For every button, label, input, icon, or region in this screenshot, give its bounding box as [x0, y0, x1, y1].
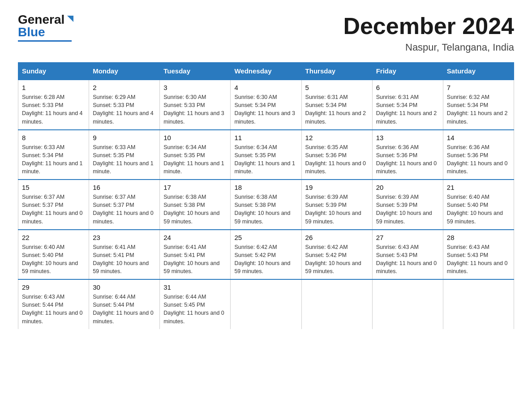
day-number: 25 [234, 234, 297, 241]
day-info: Sunrise: 6:42 AM Sunset: 5:42 PM Dayligh… [234, 243, 297, 276]
day-number: 28 [447, 234, 510, 241]
calendar-cell: 2 Sunrise: 6:29 AM Sunset: 5:33 PM Dayli… [89, 80, 160, 130]
day-number: 4 [234, 84, 297, 91]
calendar-cell: 31 Sunrise: 6:44 AM Sunset: 5:45 PM Dayl… [160, 279, 231, 329]
day-info: Sunrise: 6:28 AM Sunset: 5:33 PM Dayligh… [22, 93, 85, 126]
week-row-3: 15 Sunrise: 6:37 AM Sunset: 5:37 PM Dayl… [18, 180, 514, 230]
calendar-cell: 30 Sunrise: 6:44 AM Sunset: 5:44 PM Dayl… [89, 279, 160, 329]
calendar-cell: 14 Sunrise: 6:36 AM Sunset: 5:36 PM Dayl… [443, 130, 514, 180]
calendar-cell: 19 Sunrise: 6:39 AM Sunset: 5:39 PM Dayl… [301, 180, 372, 230]
day-number: 5 [305, 84, 369, 91]
day-number: 22 [22, 234, 85, 241]
day-number: 26 [305, 234, 369, 241]
day-info: Sunrise: 6:29 AM Sunset: 5:33 PM Dayligh… [93, 93, 156, 126]
day-number: 8 [22, 134, 85, 141]
day-info: Sunrise: 6:38 AM Sunset: 5:38 PM Dayligh… [163, 193, 227, 226]
calendar-cell: 8 Sunrise: 6:33 AM Sunset: 5:34 PM Dayli… [18, 130, 89, 180]
day-number: 18 [234, 184, 297, 191]
day-info: Sunrise: 6:39 AM Sunset: 5:39 PM Dayligh… [376, 193, 439, 226]
day-info: Sunrise: 6:36 AM Sunset: 5:36 PM Dayligh… [376, 143, 439, 176]
day-number: 20 [376, 184, 439, 191]
day-number: 12 [305, 134, 369, 141]
day-info: Sunrise: 6:41 AM Sunset: 5:41 PM Dayligh… [163, 243, 227, 276]
day-number: 10 [163, 134, 227, 141]
calendar-cell: 4 Sunrise: 6:30 AM Sunset: 5:34 PM Dayli… [231, 80, 301, 130]
day-info: Sunrise: 6:40 AM Sunset: 5:40 PM Dayligh… [22, 243, 85, 276]
day-info: Sunrise: 6:33 AM Sunset: 5:35 PM Dayligh… [93, 143, 156, 176]
day-number: 31 [163, 283, 227, 291]
calendar-header-row: SundayMondayTuesdayWednesdayThursdayFrid… [18, 63, 514, 80]
day-info: Sunrise: 6:30 AM Sunset: 5:34 PM Dayligh… [234, 93, 297, 126]
calendar-cell: 24 Sunrise: 6:41 AM Sunset: 5:41 PM Dayl… [160, 230, 231, 280]
logo: General Blue [18, 13, 75, 42]
day-info: Sunrise: 6:43 AM Sunset: 5:44 PM Dayligh… [22, 293, 85, 325]
day-number: 19 [305, 184, 369, 191]
day-info: Sunrise: 6:37 AM Sunset: 5:37 PM Dayligh… [22, 193, 85, 226]
calendar-cell: 11 Sunrise: 6:34 AM Sunset: 5:35 PM Dayl… [231, 130, 301, 180]
column-header-saturday: Saturday [443, 63, 514, 80]
day-number: 24 [163, 234, 227, 241]
day-info: Sunrise: 6:40 AM Sunset: 5:40 PM Dayligh… [447, 193, 510, 226]
day-number: 29 [22, 283, 85, 291]
calendar-cell: 3 Sunrise: 6:30 AM Sunset: 5:33 PM Dayli… [160, 80, 231, 130]
day-info: Sunrise: 6:42 AM Sunset: 5:42 PM Dayligh… [305, 243, 369, 276]
svg-marker-0 [67, 16, 73, 22]
calendar-cell: 21 Sunrise: 6:40 AM Sunset: 5:40 PM Dayl… [443, 180, 514, 230]
column-header-friday: Friday [372, 63, 443, 80]
column-header-thursday: Thursday [301, 63, 372, 80]
day-number: 11 [234, 134, 297, 141]
logo-arrow-icon [65, 14, 75, 24]
day-info: Sunrise: 6:44 AM Sunset: 5:45 PM Dayligh… [163, 293, 227, 325]
day-number: 9 [93, 134, 156, 141]
column-header-tuesday: Tuesday [160, 63, 231, 80]
day-number: 2 [93, 84, 156, 91]
calendar-cell [443, 279, 514, 329]
calendar-cell: 23 Sunrise: 6:41 AM Sunset: 5:41 PM Dayl… [89, 230, 160, 280]
calendar-cell: 26 Sunrise: 6:42 AM Sunset: 5:42 PM Dayl… [301, 230, 372, 280]
page-title: December 2024 [343, 13, 514, 39]
page-header: General Blue December 2024 Naspur, Telan… [18, 13, 514, 53]
calendar-cell: 7 Sunrise: 6:32 AM Sunset: 5:34 PM Dayli… [443, 80, 514, 130]
day-number: 3 [163, 84, 227, 91]
week-row-1: 1 Sunrise: 6:28 AM Sunset: 5:33 PM Dayli… [18, 80, 514, 130]
calendar-table: SundayMondayTuesdayWednesdayThursdayFrid… [18, 62, 514, 329]
calendar-cell: 27 Sunrise: 6:43 AM Sunset: 5:43 PM Dayl… [372, 230, 443, 280]
day-info: Sunrise: 6:37 AM Sunset: 5:37 PM Dayligh… [93, 193, 156, 226]
column-header-monday: Monday [89, 63, 160, 80]
day-number: 30 [93, 283, 156, 291]
title-section: December 2024 Naspur, Telangana, India [343, 13, 514, 53]
day-number: 14 [447, 134, 510, 141]
calendar-cell: 12 Sunrise: 6:35 AM Sunset: 5:36 PM Dayl… [301, 130, 372, 180]
calendar-cell: 20 Sunrise: 6:39 AM Sunset: 5:39 PM Dayl… [372, 180, 443, 230]
calendar-cell: 5 Sunrise: 6:31 AM Sunset: 5:34 PM Dayli… [301, 80, 372, 130]
day-number: 13 [376, 134, 439, 141]
calendar-cell: 22 Sunrise: 6:40 AM Sunset: 5:40 PM Dayl… [18, 230, 89, 280]
day-info: Sunrise: 6:44 AM Sunset: 5:44 PM Dayligh… [93, 293, 156, 325]
day-info: Sunrise: 6:43 AM Sunset: 5:43 PM Dayligh… [376, 243, 439, 276]
day-info: Sunrise: 6:43 AM Sunset: 5:43 PM Dayligh… [447, 243, 510, 276]
day-number: 7 [447, 84, 510, 91]
week-row-2: 8 Sunrise: 6:33 AM Sunset: 5:34 PM Dayli… [18, 130, 514, 180]
column-header-sunday: Sunday [18, 63, 89, 80]
day-info: Sunrise: 6:36 AM Sunset: 5:36 PM Dayligh… [447, 143, 510, 176]
day-number: 23 [93, 234, 156, 241]
calendar-cell: 13 Sunrise: 6:36 AM Sunset: 5:36 PM Dayl… [372, 130, 443, 180]
day-number: 17 [163, 184, 227, 191]
calendar-cell: 25 Sunrise: 6:42 AM Sunset: 5:42 PM Dayl… [231, 230, 301, 280]
day-info: Sunrise: 6:38 AM Sunset: 5:38 PM Dayligh… [234, 193, 297, 226]
calendar-cell: 18 Sunrise: 6:38 AM Sunset: 5:38 PM Dayl… [231, 180, 301, 230]
day-number: 15 [22, 184, 85, 191]
calendar-cell [301, 279, 372, 329]
day-number: 16 [93, 184, 156, 191]
logo-blue-text: Blue [18, 26, 45, 39]
calendar-cell: 16 Sunrise: 6:37 AM Sunset: 5:37 PM Dayl… [89, 180, 160, 230]
calendar-cell: 29 Sunrise: 6:43 AM Sunset: 5:44 PM Dayl… [18, 279, 89, 329]
day-info: Sunrise: 6:31 AM Sunset: 5:34 PM Dayligh… [376, 93, 439, 126]
week-row-5: 29 Sunrise: 6:43 AM Sunset: 5:44 PM Dayl… [18, 279, 514, 329]
day-info: Sunrise: 6:30 AM Sunset: 5:33 PM Dayligh… [163, 93, 227, 126]
day-info: Sunrise: 6:31 AM Sunset: 5:34 PM Dayligh… [305, 93, 369, 126]
page-subtitle: Naspur, Telangana, India [343, 42, 514, 53]
day-number: 27 [376, 234, 439, 241]
day-info: Sunrise: 6:33 AM Sunset: 5:34 PM Dayligh… [22, 143, 85, 176]
calendar-cell [372, 279, 443, 329]
